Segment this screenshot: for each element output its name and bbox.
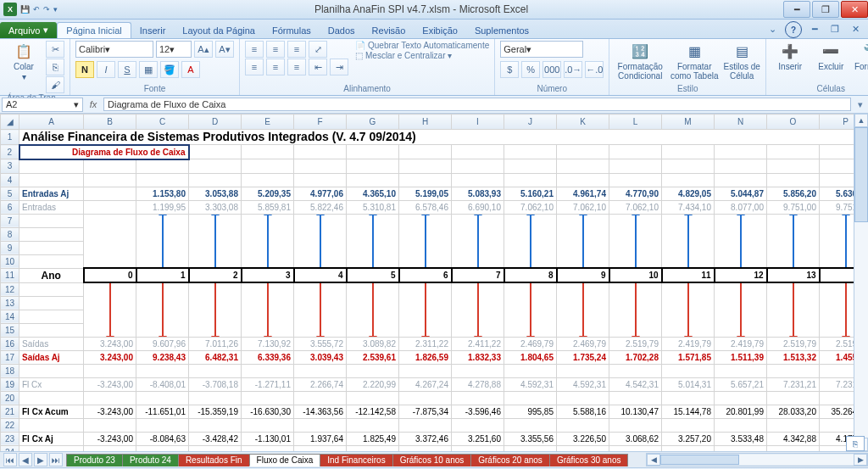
qat-undo-icon[interactable]: ↶ bbox=[33, 5, 40, 14]
cell[interactable] bbox=[84, 391, 136, 405]
decrease-indent-button[interactable]: ⇤ bbox=[309, 59, 327, 75]
cell[interactable]: 3.226,50 bbox=[557, 432, 609, 445]
cell[interactable]: -3.243,00 bbox=[84, 432, 136, 445]
column-header[interactable]: N bbox=[715, 114, 767, 130]
cell[interactable] bbox=[715, 159, 767, 174]
minimize-button[interactable]: ━ bbox=[783, 1, 810, 18]
cell[interactable] bbox=[715, 445, 767, 451]
cell[interactable]: 2.220,99 bbox=[347, 377, 399, 391]
cell[interactable] bbox=[19, 323, 84, 337]
column-header[interactable]: J bbox=[504, 114, 557, 130]
cell[interactable] bbox=[84, 418, 136, 432]
cell[interactable] bbox=[136, 173, 189, 187]
sheet-tab[interactable]: Resultados Fin bbox=[178, 454, 250, 466]
cell[interactable] bbox=[19, 364, 84, 377]
scroll-thumb[interactable] bbox=[854, 127, 868, 222]
cell[interactable]: -3.243,00 bbox=[84, 405, 136, 418]
cell[interactable] bbox=[347, 173, 399, 187]
row-header[interactable]: 19 bbox=[1, 377, 19, 391]
workbook-restore-button[interactable]: ❐ bbox=[827, 21, 843, 36]
row-header[interactable]: 21 bbox=[1, 405, 19, 418]
cell[interactable]: 1.511,39 bbox=[715, 350, 767, 364]
row-header[interactable]: 4 bbox=[1, 173, 19, 187]
cell[interactable]: 3.355,56 bbox=[504, 432, 557, 445]
cell[interactable]: 6.578,46 bbox=[399, 200, 452, 214]
year-header-cell[interactable]: 2 bbox=[189, 268, 242, 282]
cell[interactable]: 28.033,20 bbox=[767, 405, 820, 418]
row-header[interactable]: 23 bbox=[1, 432, 19, 445]
cell[interactable] bbox=[136, 445, 189, 451]
cell[interactable]: 1.702,28 bbox=[609, 350, 662, 364]
scroll-left-button[interactable]: ◀ bbox=[647, 454, 660, 466]
cell[interactable] bbox=[84, 200, 136, 214]
year-header-cell[interactable]: 0 bbox=[84, 268, 136, 282]
percent-format-button[interactable]: % bbox=[521, 61, 540, 78]
cell[interactable]: 1.804,65 bbox=[504, 350, 557, 364]
smart-tag-icon[interactable]: ⎘ bbox=[846, 436, 865, 451]
ribbon-tab[interactable]: Suplementos bbox=[466, 23, 537, 38]
cell[interactable]: 7.062,10 bbox=[504, 200, 557, 214]
cell[interactable] bbox=[767, 445, 820, 451]
cell[interactable] bbox=[136, 418, 189, 432]
comma-format-button[interactable]: 000 bbox=[542, 61, 561, 78]
cell[interactable] bbox=[136, 364, 189, 377]
ano-label[interactable]: Ano bbox=[19, 268, 84, 282]
spreadsheet-grid[interactable]: ◢ABCDEFGHIJKLMNOP 1Análise Financeira de… bbox=[0, 114, 868, 451]
cell[interactable]: 4.961,74 bbox=[557, 187, 609, 200]
select-all-corner[interactable]: ◢ bbox=[1, 114, 19, 130]
cell[interactable] bbox=[399, 445, 452, 451]
scroll-right-button[interactable]: ▶ bbox=[854, 454, 867, 466]
cell[interactable] bbox=[19, 159, 84, 174]
row-header[interactable]: 3 bbox=[1, 159, 19, 174]
cell[interactable]: 3.257,20 bbox=[662, 432, 715, 445]
cell[interactable]: 5.856,20 bbox=[767, 187, 820, 200]
cell[interactable]: 3.303,08 bbox=[189, 200, 242, 214]
cell[interactable] bbox=[347, 159, 399, 174]
cell[interactable]: -3.428,42 bbox=[189, 432, 242, 445]
cell[interactable]: 1.825,49 bbox=[347, 432, 399, 445]
cell[interactable]: 3.372,46 bbox=[399, 432, 452, 445]
align-bottom-button[interactable]: ≡ bbox=[287, 41, 306, 58]
cell[interactable] bbox=[294, 173, 347, 187]
cell[interactable]: 5.209,35 bbox=[242, 187, 294, 200]
cell[interactable]: 7.062,10 bbox=[557, 200, 609, 214]
decrease-decimal-button[interactable]: ←.0 bbox=[585, 61, 604, 78]
cell[interactable]: 3.251,60 bbox=[452, 432, 504, 445]
row-header[interactable]: 10 bbox=[1, 254, 19, 268]
cell[interactable] bbox=[242, 173, 294, 187]
cell[interactable] bbox=[294, 145, 347, 159]
sheet-tab[interactable]: Fluxo de Caixa bbox=[249, 454, 321, 466]
cell[interactable]: 5.822,46 bbox=[294, 200, 347, 214]
wrap-text-button[interactable]: 📄 Quebrar Texto Automaticamente bbox=[355, 41, 489, 50]
cell[interactable]: 3.243,00 bbox=[84, 350, 136, 364]
cell[interactable] bbox=[19, 391, 84, 405]
cell[interactable]: 7.130,92 bbox=[242, 337, 294, 350]
cell[interactable]: 5.014,31 bbox=[662, 377, 715, 391]
cell[interactable] bbox=[189, 418, 242, 432]
cell[interactable]: 4.592,31 bbox=[557, 377, 609, 391]
increase-decimal-button[interactable]: .0→ bbox=[564, 61, 582, 78]
cell[interactable] bbox=[609, 145, 662, 159]
row-header[interactable]: 16 bbox=[1, 337, 19, 350]
cell[interactable] bbox=[84, 173, 136, 187]
column-header[interactable]: O bbox=[767, 114, 820, 130]
sheet-tab[interactable]: Produto 24 bbox=[122, 454, 179, 466]
cell[interactable]: -1.130,01 bbox=[242, 432, 294, 445]
cell[interactable]: 9.751,00 bbox=[767, 200, 820, 214]
cell[interactable]: 4.977,06 bbox=[294, 187, 347, 200]
cell[interactable] bbox=[452, 173, 504, 187]
cell[interactable]: 2.311,22 bbox=[399, 337, 452, 350]
cell[interactable] bbox=[557, 364, 609, 377]
column-header[interactable]: A bbox=[19, 114, 84, 130]
cell[interactable]: 2.419,79 bbox=[662, 337, 715, 350]
cell[interactable]: 7.434,10 bbox=[662, 200, 715, 214]
cell[interactable]: 1.735,24 bbox=[557, 350, 609, 364]
cell[interactable] bbox=[399, 145, 452, 159]
cell[interactable]: 4.592,31 bbox=[504, 377, 557, 391]
column-header[interactable]: B bbox=[84, 114, 136, 130]
cell[interactable] bbox=[767, 418, 820, 432]
cell[interactable] bbox=[84, 159, 136, 174]
tab-nav-next-button[interactable]: ▶ bbox=[34, 453, 47, 466]
cell[interactable] bbox=[189, 173, 242, 187]
cell[interactable] bbox=[557, 173, 609, 187]
